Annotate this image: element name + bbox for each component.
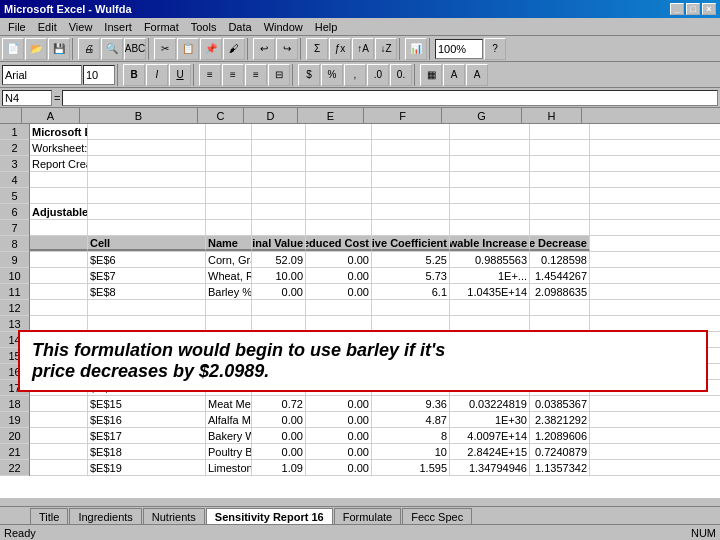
cell-18d[interactable]: Meat Meal % (206, 396, 252, 411)
sort-asc-button[interactable]: ↑A (352, 38, 374, 60)
merge-center-button[interactable]: ⊟ (268, 64, 290, 86)
menu-edit[interactable]: Edit (32, 20, 63, 34)
menu-tools[interactable]: Tools (185, 20, 223, 34)
border-button[interactable]: ▦ (420, 64, 442, 86)
underline-button[interactable]: U (169, 64, 191, 86)
cell-2g[interactable] (372, 140, 450, 155)
cell-6d[interactable] (206, 204, 252, 219)
cell-11e[interactable]: 0.00 (252, 284, 306, 299)
cell-10g[interactable]: 5.73 (372, 268, 450, 283)
row-num-3[interactable]: 3 (0, 156, 29, 172)
cell-4b[interactable] (30, 172, 88, 187)
cell-11g[interactable]: 6.1 (372, 284, 450, 299)
cell-4g[interactable] (372, 172, 450, 187)
cell-reference-input[interactable]: N4 (2, 90, 52, 106)
cell-3f[interactable] (306, 156, 372, 171)
increase-decimal-button[interactable]: .0 (367, 64, 389, 86)
cell-18i[interactable]: 0.0385367 (530, 396, 590, 411)
cell-5b[interactable] (30, 188, 88, 203)
tab-sensitivity-report[interactable]: Sensitivity Report 16 (206, 508, 333, 524)
cell-20h[interactable]: 4.0097E+14 (450, 428, 530, 443)
cell-9e[interactable]: 52.09 (252, 252, 306, 267)
font-color-button[interactable]: A (466, 64, 488, 86)
col-header-h[interactable]: H (522, 108, 582, 123)
cell-2d[interactable] (206, 140, 252, 155)
menu-data[interactable]: Data (222, 20, 257, 34)
zoom-dropdown[interactable]: 100% (435, 39, 483, 59)
cell-3i[interactable] (530, 156, 590, 171)
currency-button[interactable]: $ (298, 64, 320, 86)
cell-19e[interactable]: 0.00 (252, 412, 306, 427)
cell-10h[interactable]: 1E+... (450, 268, 530, 283)
cell-7h[interactable] (450, 220, 530, 235)
cell-21i[interactable]: 0.7240879 (530, 444, 590, 459)
new-button[interactable]: 📄 (2, 38, 24, 60)
fill-color-button[interactable]: A (443, 64, 465, 86)
paste-button[interactable]: 📌 (200, 38, 222, 60)
cell-7d[interactable] (206, 220, 252, 235)
sort-desc-button[interactable]: ↓Z (375, 38, 397, 60)
cell-12i[interactable] (530, 300, 590, 315)
cell-5c[interactable] (88, 188, 206, 203)
minimize-button[interactable]: _ (670, 3, 684, 15)
cell-22d[interactable]: Limestone % (206, 460, 252, 475)
cell-4i[interactable] (530, 172, 590, 187)
cell-13d[interactable] (206, 316, 252, 331)
tab-title[interactable]: Title (30, 508, 68, 524)
cell-22f[interactable]: 0.00 (306, 460, 372, 475)
cell-7f[interactable] (306, 220, 372, 235)
cell-13h[interactable] (450, 316, 530, 331)
cell-18g[interactable]: 9.36 (372, 396, 450, 411)
cell-2e[interactable] (252, 140, 306, 155)
cell-12b[interactable] (30, 300, 88, 315)
autosum-button[interactable]: Σ (306, 38, 328, 60)
col-header-d[interactable]: D (244, 108, 298, 123)
cell-20e[interactable]: 0.00 (252, 428, 306, 443)
cell-4f[interactable] (306, 172, 372, 187)
cell-22h[interactable]: 1.34794946 (450, 460, 530, 475)
menu-window[interactable]: Window (258, 20, 309, 34)
chart-button[interactable]: 📊 (405, 38, 427, 60)
cell-18e[interactable]: 0.72 (252, 396, 306, 411)
cell-1i[interactable] (530, 124, 590, 139)
cell-12c[interactable] (88, 300, 206, 315)
cell-19f[interactable]: 0.00 (306, 412, 372, 427)
align-left-button[interactable]: ≡ (199, 64, 221, 86)
cell-4e[interactable] (252, 172, 306, 187)
cell-9i[interactable]: 0.128598 (530, 252, 590, 267)
cell-5h[interactable] (450, 188, 530, 203)
row-num-2[interactable]: 2 (0, 140, 29, 156)
cell-21g[interactable]: 10 (372, 444, 450, 459)
cell-19g[interactable]: 4.87 (372, 412, 450, 427)
undo-button[interactable]: ↩ (253, 38, 275, 60)
cell-19c[interactable]: $E$16 (88, 412, 206, 427)
cell-19d[interactable]: Alfalfa Meal-20 % (206, 412, 252, 427)
align-right-button[interactable]: ≡ (245, 64, 267, 86)
cell-20g[interactable]: 8 (372, 428, 450, 443)
cell-20i[interactable]: 1.2089606 (530, 428, 590, 443)
cell-1h[interactable] (450, 124, 530, 139)
cell-20b[interactable] (30, 428, 88, 443)
cell-21h[interactable]: 2.8424E+15 (450, 444, 530, 459)
cell-3d[interactable] (206, 156, 252, 171)
cell-3c[interactable] (88, 156, 206, 171)
row-num-12[interactable]: 12 (0, 300, 29, 316)
cell-9b[interactable] (30, 252, 88, 267)
save-button[interactable]: 💾 (48, 38, 70, 60)
cell-9d[interactable]: Corn, Grain % (206, 252, 252, 267)
col-header-c[interactable]: C (198, 108, 244, 123)
cell-5f[interactable] (306, 188, 372, 203)
cell-11c[interactable]: $E$8 (88, 284, 206, 299)
cell-7c[interactable] (88, 220, 206, 235)
spellcheck-button[interactable]: ABC (124, 38, 146, 60)
row-num-1[interactable]: 1 (0, 124, 29, 140)
cell-2c[interactable] (88, 140, 206, 155)
cell-20c[interactable]: $E$17 (88, 428, 206, 443)
row-num-18[interactable]: 18 (0, 396, 29, 412)
cell-21b[interactable] (30, 444, 88, 459)
cell-13f[interactable] (306, 316, 372, 331)
cell-12e[interactable] (252, 300, 306, 315)
row-num-7[interactable]: 7 (0, 220, 29, 236)
tab-ingredients[interactable]: Ingredients (69, 508, 141, 524)
cell-7g[interactable] (372, 220, 450, 235)
